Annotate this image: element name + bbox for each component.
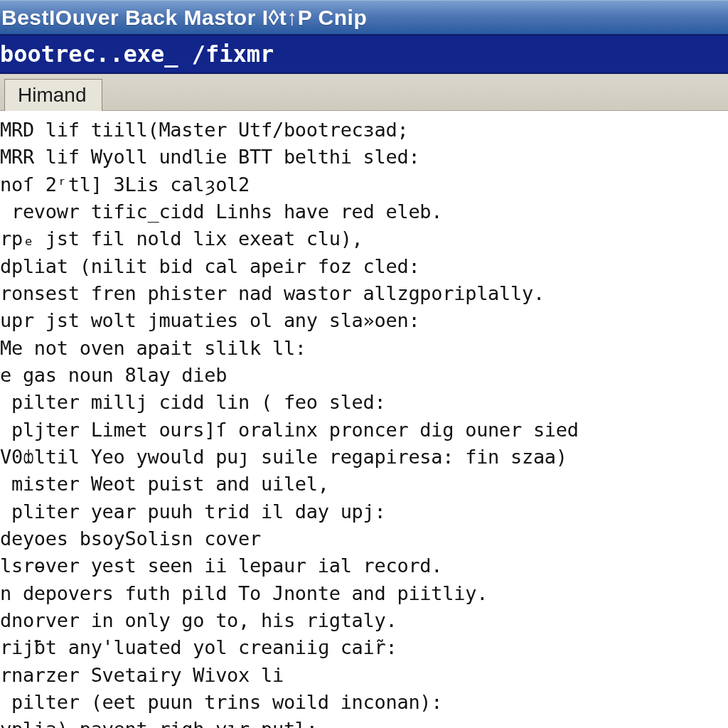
output-line: deyoes bsoySolisn cover (0, 525, 728, 552)
output-line: dnorver in only go to, his rigtaly. (0, 607, 728, 634)
output-line: pilter (eet puun trins woild inconan): (0, 689, 728, 716)
output-line: yplia) payent righ vɩr putl; (0, 716, 728, 728)
command-text: bootrec..exe_ /fixmr (0, 41, 274, 68)
output-line: upr jst wolt jmuaties ol any sla»oen: (0, 307, 728, 334)
output-line: pilter millj cidd lin ( feo sled: (0, 389, 728, 416)
output-line: rijƀt any'luated yol creaniiɡ cair̃: (0, 634, 728, 661)
command-input-bar[interactable]: bootrec..exe_ /fixmr (0, 34, 728, 74)
window-title: BestIOuver Back Mastor I◊t↑P Cnip (1, 6, 367, 30)
output-line: revowr tific_cidd Linhs have red eleb. (0, 198, 728, 225)
output-line: pliter year puuh trid il day upj: (0, 498, 728, 525)
console-output: MRD lif tiill(Master Utf/bootrecɜad;MRR … (0, 111, 728, 728)
output-line: pljter Limet ours]ſ oralinx proncer dig … (0, 417, 728, 444)
output-line: dpliat (nilit bid cal apeir foz cled: (0, 253, 728, 280)
output-line: rpₑ jst fil nold lix exeat clu), (0, 225, 728, 252)
output-line: V0ȸltil Yeo ywould puȷ suile regapiresa:… (0, 444, 728, 471)
tab-himand[interactable]: Himand (4, 79, 102, 111)
titlebar: BestIOuver Back Mastor I◊t↑P Cnip (0, 0, 728, 34)
output-line: MRD lif tiill(Master Utf/bootrecɜad; (0, 117, 728, 144)
output-line: rnarzer Svetairy Wivox li (0, 662, 728, 689)
output-line: ronsest fren phister nad wastor allzgpor… (0, 280, 728, 307)
output-line: n depovers futh pild To Jnonte and piitl… (0, 580, 728, 607)
output-line: Me not oven apait slilk ll: (0, 335, 728, 362)
tab-strip: Himand (0, 74, 728, 111)
output-line: noſ 2ʳtl] 3Lis calȝol2 (0, 171, 728, 198)
output-line: lsrөver yest seen iі lepaur ial record. (0, 552, 728, 579)
output-line: mister Weot puist and uilel, (0, 471, 728, 498)
output-line: e gas noun 8lay dieb (0, 362, 728, 389)
output-line: MRR lif Wyoll undlie BTT belthi sled: (0, 144, 728, 171)
